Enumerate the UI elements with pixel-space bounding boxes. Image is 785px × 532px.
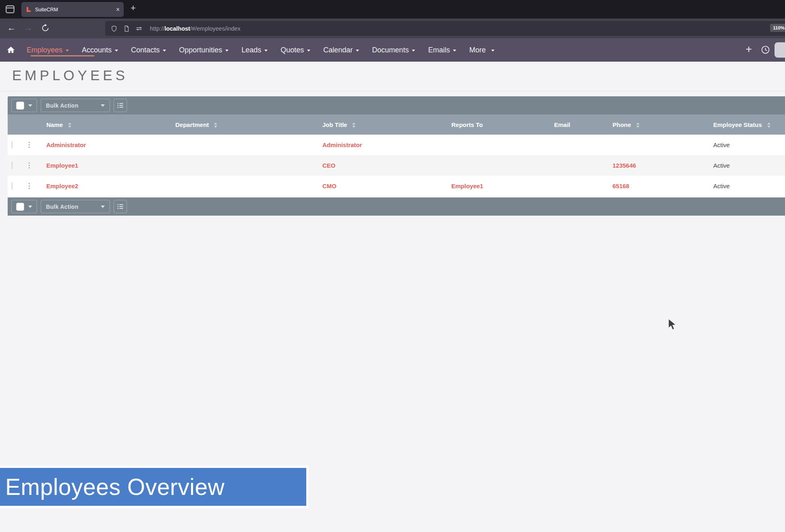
shield-icon[interactable] [110, 25, 118, 32]
forward-icon[interactable]: → [24, 22, 33, 33]
email-cell [546, 155, 604, 176]
job-title-cell[interactable]: Administrator [322, 141, 362, 148]
nav-item-documents[interactable]: Documents [372, 46, 415, 54]
browser-toolbar: ← → http://localhost/#/employees/index 1… [0, 19, 785, 38]
chevron-down-icon [115, 50, 118, 52]
sort-icon[interactable] [636, 123, 640, 128]
crm-navbar: Employees Accounts Contacts Opportunitie… [0, 38, 785, 62]
history-icon[interactable] [760, 45, 770, 55]
firefox-view-icon[interactable] [5, 4, 15, 15]
cursor-arrow [667, 318, 678, 330]
close-icon[interactable]: × [116, 6, 120, 13]
employee-name-link[interactable]: Employee1 [46, 162, 78, 169]
sort-icon[interactable] [214, 123, 217, 128]
list-toolbar-top: Bulk Action [8, 96, 785, 114]
title-divider [0, 91, 785, 91]
tab-title: SuiteCRM [35, 7, 114, 12]
url-bar[interactable]: http://localhost/#/employees/index 110% [105, 21, 785, 36]
chevron-down-icon [491, 50, 494, 52]
employee-name-link[interactable]: Administrator [46, 141, 86, 148]
chevron-down-icon [101, 104, 105, 107]
chevron-down-icon [163, 50, 166, 52]
reports-to-cell[interactable]: Employee1 [451, 183, 483, 189]
nav-item-leads[interactable]: Leads [241, 46, 268, 54]
column-header-employee-status[interactable]: Employee Status [705, 114, 785, 135]
column-header-email[interactable]: Email [546, 114, 604, 135]
status-cell: Active [713, 183, 730, 189]
column-header-name[interactable]: Name [38, 114, 167, 135]
list-view-icon [116, 102, 124, 109]
plus-icon[interactable]: + [746, 43, 752, 55]
nav-item-employees[interactable]: Employees [27, 46, 69, 54]
chevron-down-icon [66, 50, 69, 52]
nav-item-more[interactable]: More [469, 46, 494, 54]
caption-text: Employees Overview [5, 474, 224, 500]
nav-item-contacts[interactable]: Contacts [131, 46, 166, 54]
nav-item-opportunities[interactable]: Opportunities [179, 46, 228, 54]
bulk-action-dropdown[interactable]: Bulk Action [41, 200, 110, 213]
new-tab-icon[interactable]: + [131, 3, 136, 13]
browser-tab-suitecrm[interactable]: SuiteCRM × [21, 2, 124, 17]
employee-name-link[interactable]: Employee2 [46, 183, 78, 189]
kebab-icon[interactable] [29, 183, 30, 189]
kebab-icon[interactable] [29, 142, 30, 148]
select-all-checkbox[interactable] [16, 203, 24, 211]
caption-banner: Employees Overview [0, 466, 309, 508]
table-row: Employee1 CEO 1235646 Active [8, 155, 785, 176]
reports-to-cell [443, 155, 546, 176]
browser-tab-strip: SuiteCRM × + [0, 0, 785, 19]
nav-item-quotes[interactable]: Quotes [280, 46, 310, 54]
table-row: Employee2 CMO Employee1 65168 Active [8, 176, 785, 196]
reload-icon[interactable] [41, 24, 50, 32]
page-title: EMPLOYEES [12, 67, 128, 83]
employees-table: Name Department Job Title Reports To Ema… [8, 114, 785, 196]
column-header-phone[interactable]: Phone [604, 114, 705, 135]
chevron-down-icon [412, 50, 415, 52]
permissions-sliders-icon[interactable] [135, 25, 143, 32]
column-header-job-title[interactable]: Job Title [314, 114, 443, 135]
loading-progress-bar [31, 55, 94, 56]
status-cell: Active [713, 162, 730, 169]
job-title-cell[interactable]: CEO [322, 162, 336, 169]
chevron-down-icon [356, 50, 359, 52]
sort-icon[interactable] [68, 123, 71, 128]
job-title-cell[interactable]: CMO [322, 183, 336, 189]
column-header-reports-to[interactable]: Reports To [443, 114, 546, 135]
row-checkbox[interactable] [12, 162, 12, 169]
list-view-icon [116, 203, 124, 210]
sort-icon[interactable] [767, 123, 770, 128]
select-all-checkbox[interactable] [16, 102, 24, 110]
phone-cell[interactable]: 1235646 [613, 162, 636, 169]
email-cell [546, 176, 604, 196]
zoom-level-badge[interactable]: 110% [770, 24, 785, 32]
table-header-row: Name Department Job Title Reports To Ema… [8, 114, 785, 135]
page-icon[interactable] [123, 25, 130, 32]
sort-icon[interactable] [352, 123, 355, 128]
chevron-down-icon [28, 206, 32, 208]
select-all-dropdown[interactable] [11, 99, 37, 112]
reports-to-cell [443, 135, 546, 155]
employees-list: Bulk Action Name Department Job Title Re… [8, 96, 785, 216]
chevron-down-icon [264, 50, 268, 52]
nav-item-calendar[interactable]: Calendar [323, 46, 359, 54]
back-icon[interactable]: ← [7, 22, 16, 33]
nav-item-accounts[interactable]: Accounts [82, 46, 118, 54]
avatar[interactable] [775, 42, 785, 58]
chevron-down-icon [225, 50, 228, 52]
list-view-button[interactable] [114, 99, 127, 112]
home-icon[interactable] [6, 46, 15, 54]
row-checkbox[interactable] [12, 182, 12, 190]
nav-item-emails[interactable]: Emails [428, 46, 456, 54]
kebab-icon[interactable] [29, 162, 30, 168]
status-cell: Active [713, 141, 730, 148]
header-checkbox-spacer [8, 114, 28, 135]
chevron-down-icon [101, 206, 105, 208]
column-header-department[interactable]: Department [167, 114, 314, 135]
row-checkbox[interactable] [12, 141, 12, 149]
bulk-action-dropdown[interactable]: Bulk Action [41, 99, 110, 112]
url-text[interactable]: http://localhost/#/employees/index [150, 25, 241, 32]
select-all-dropdown[interactable] [11, 200, 37, 213]
phone-cell[interactable]: 65168 [613, 183, 629, 189]
list-view-button[interactable] [114, 200, 127, 213]
department-cell [167, 135, 314, 155]
